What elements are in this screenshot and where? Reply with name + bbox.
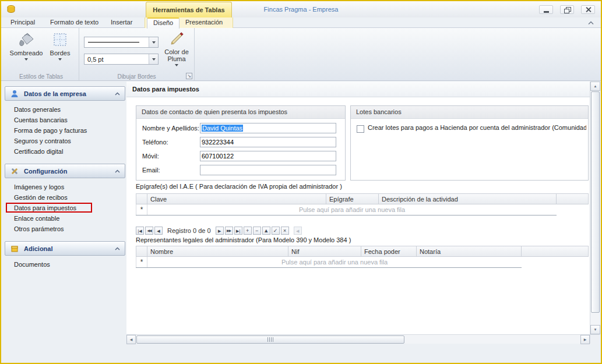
sidebar-item-certificado-digital[interactable]: Certificado digital xyxy=(5,146,125,157)
row-indicator-icon: * xyxy=(136,204,147,215)
nav-cancel-button[interactable]: × xyxy=(281,227,289,235)
telefono-label: Teléfono: xyxy=(142,137,168,147)
email-input[interactable] xyxy=(200,165,336,175)
nombre-apellidos-input[interactable]: David Quintas xyxy=(200,123,336,133)
group-label-estilos: Estilos de Tablas xyxy=(3,73,79,80)
horizontal-scrollbar-thumb[interactable] xyxy=(136,335,404,344)
tab-principal[interactable]: Principal xyxy=(5,17,41,28)
sidebar-item-cuentas-bancarias[interactable]: Cuentas bancarias xyxy=(5,115,125,125)
sidebar-item-datos-impuestos[interactable]: Datos para impuestos xyxy=(5,203,125,213)
lotes-checkbox[interactable] xyxy=(357,125,364,133)
group-header-label: Datos de la empresa xyxy=(24,90,86,97)
sombreado-button[interactable]: Sombreado xyxy=(10,30,42,61)
vertical-scrollbar-thumb[interactable] xyxy=(591,91,600,313)
column-header-nif[interactable]: Nif xyxy=(288,246,361,257)
chevron-down-icon xyxy=(175,64,178,66)
window-controls xyxy=(539,5,595,14)
lotes-checkbox-label[interactable]: Crear lotes para pagos a Hacienda por cu… xyxy=(368,124,586,131)
sidebar-item-documentos[interactable]: Documentos xyxy=(5,259,125,270)
pen-color-icon xyxy=(169,31,184,47)
column-header-epigrafe[interactable]: Epígrafe xyxy=(326,193,379,204)
sidebar-item-enlace-contable[interactable]: Enlace contable xyxy=(5,213,125,224)
dialog-launcher-button[interactable]: ↘ xyxy=(186,73,192,79)
line-style-select[interactable] xyxy=(84,37,159,48)
row-indicator-header xyxy=(136,246,147,257)
new-row[interactable]: * Pulse aquí para añadir una nueva fila xyxy=(136,204,557,215)
sidebar-group-configuracion[interactable]: Configuración xyxy=(5,164,125,178)
line-width-select[interactable]: 0,5 pt xyxy=(84,54,159,65)
bordes-button[interactable]: Bordes xyxy=(45,30,75,61)
tab-diseno[interactable]: Diseño xyxy=(147,17,179,29)
movil-input[interactable]: 607100122 xyxy=(200,151,336,161)
sidebar-item-seguros-contratos[interactable]: Seguros y contratos xyxy=(5,136,125,146)
paint-bucket-icon xyxy=(17,31,35,48)
scroll-up-button[interactable]: ▲ xyxy=(590,82,600,91)
line-style-sample xyxy=(88,42,139,43)
main-area: Datos de la empresa Datos generales Cuen… xyxy=(1,81,601,363)
sidebar-item-gestion-recibos[interactable]: Gestión de recibos xyxy=(5,192,125,203)
ribbon-group-estilos-de-tablas: Sombreado Bordes Estilos de Tablas xyxy=(3,28,79,80)
scrollbar-grip-icon xyxy=(267,337,273,342)
column-header-notaria[interactable]: Notaría xyxy=(417,246,522,257)
row-indicator-icon: * xyxy=(136,257,147,267)
sidebar-items-group3: Documentos xyxy=(5,259,125,270)
sidebar-item-datos-generales[interactable]: Datos generales xyxy=(5,104,125,115)
chevron-down-icon xyxy=(24,58,28,61)
new-row-hint[interactable]: Pulse aquí para añadir una nueva fila xyxy=(147,204,557,215)
sidebar-items-group1: Datos generales Cuentas bancarias Forma … xyxy=(5,104,125,157)
sidebar-group-datos-empresa[interactable]: Datos de la empresa xyxy=(5,86,125,101)
chevron-down-icon xyxy=(152,58,156,61)
close-button[interactable] xyxy=(581,5,595,14)
nav-post-button[interactable]: ✓ xyxy=(272,227,280,235)
lotes-groupbox: Lotes bancarios Crear lotes para pagos a… xyxy=(350,105,589,181)
column-header-fecha-poder[interactable]: Fecha poder xyxy=(361,246,417,257)
person-icon xyxy=(10,89,19,98)
nombre-apellidos-label: Nombre y Apellidos: xyxy=(142,123,199,133)
chevron-up-icon xyxy=(588,21,594,25)
nav-first-button[interactable]: |◀ xyxy=(136,227,144,235)
nav-scroll-left-button[interactable]: ◀ xyxy=(294,227,302,235)
title-bar: Fincas Pragma - Empresa Herramientas de … xyxy=(1,1,601,17)
ribbon: Sombreado Bordes Estilos de Tablas 0,5 xyxy=(1,28,601,81)
restore-icon xyxy=(564,6,571,13)
nav-next-button[interactable]: ▶ xyxy=(216,227,224,235)
tab-presentacion[interactable]: Presentación xyxy=(179,17,228,28)
vertical-scrollbar[interactable]: ▲ ▼ xyxy=(590,82,600,334)
nav-delete-button[interactable]: − xyxy=(253,227,261,235)
contact-groupbox-title: Datos de contacto de quien presenta los … xyxy=(136,106,345,119)
nav-prev-page-button[interactable]: ◀◀ xyxy=(145,227,153,235)
line-width-value: 0,5 pt xyxy=(85,56,104,63)
group-label-dibujar: Dibujar Bordes xyxy=(79,73,194,80)
new-row[interactable]: * Pulse aquí para añadir una nueva fila xyxy=(136,257,522,268)
telefono-input[interactable]: 932223344 xyxy=(200,137,336,147)
column-header-nombre[interactable]: Nombre xyxy=(147,246,288,257)
nav-edit-button[interactable]: ▲ xyxy=(262,227,270,235)
iae-grid-header: Clave Epígrafe Descripción de la activid… xyxy=(136,193,589,204)
line-style-dropdown-button[interactable] xyxy=(149,37,158,47)
sidebar-item-forma-de-pago[interactable]: Forma de pago y facturas xyxy=(5,125,125,136)
bordes-label: Bordes xyxy=(50,50,71,56)
restore-button[interactable] xyxy=(560,5,574,14)
nav-next-page-button[interactable]: ▶▶ xyxy=(225,227,233,235)
horizontal-scrollbar[interactable]: ◀ ▶ xyxy=(126,334,590,344)
scroll-left-button[interactable]: ◀ xyxy=(126,335,136,344)
sidebar-group-adicional[interactable]: Adicional xyxy=(5,241,125,256)
new-row-hint[interactable]: Pulse aquí para añadir una nueva fila xyxy=(147,257,522,267)
nav-prev-button[interactable]: ◀ xyxy=(154,227,163,235)
color-de-pluma-button[interactable]: Color de Pluma xyxy=(161,30,192,66)
line-width-dropdown-button[interactable] xyxy=(149,54,158,64)
ribbon-collapse-button[interactable] xyxy=(586,19,596,27)
scroll-down-button[interactable]: ▼ xyxy=(590,325,600,334)
nav-last-button[interactable]: ▶| xyxy=(234,227,242,235)
sidebar-item-imagenes-logos[interactable]: Imágenes y logos xyxy=(5,182,125,192)
scrollbar-corner xyxy=(590,334,600,344)
nav-add-button[interactable]: + xyxy=(244,227,252,235)
content-body: Datos de contacto de quien presenta los … xyxy=(126,97,590,334)
column-header-clave[interactable]: Clave xyxy=(147,193,326,204)
scroll-right-button[interactable]: ▶ xyxy=(580,335,590,344)
tab-formato-texto[interactable]: Formato de texto xyxy=(44,17,104,28)
sidebar-item-otros-parametros[interactable]: Otros parámetros xyxy=(5,224,125,234)
column-header-descripcion[interactable]: Descripción de la actividad xyxy=(379,193,557,204)
minimize-button[interactable] xyxy=(539,5,553,14)
tab-insertar[interactable]: Insertar xyxy=(105,17,138,28)
